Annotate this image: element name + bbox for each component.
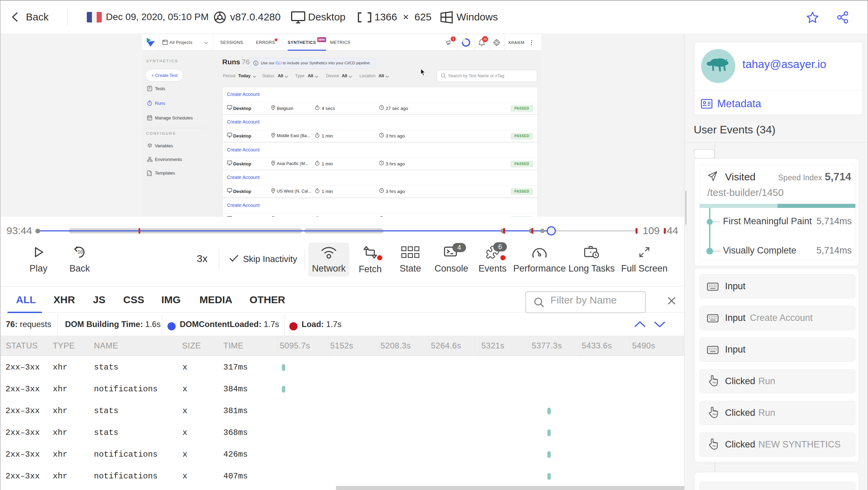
svg-text:10: 10 [78,249,83,255]
